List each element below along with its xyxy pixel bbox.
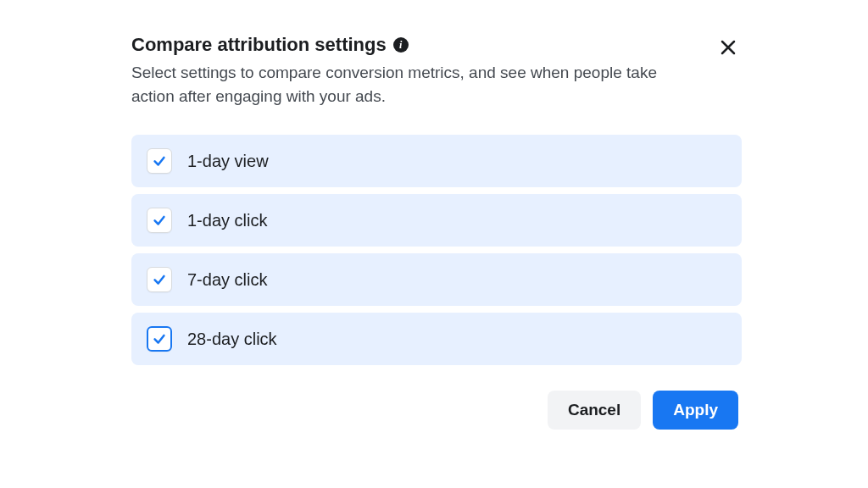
checkbox-7-day-click[interactable]	[147, 267, 172, 292]
checkbox-28-day-click[interactable]	[147, 326, 172, 352]
attribution-settings-dialog: Compare attribution settings i Select se…	[131, 34, 742, 430]
check-icon	[152, 331, 167, 347]
option-label: 28-day click	[187, 330, 277, 349]
dialog-header: Compare attribution settings i Select se…	[131, 34, 742, 108]
options-list: 1-day view 1-day click 7-day click	[131, 135, 742, 365]
option-7-day-click[interactable]: 7-day click	[131, 253, 742, 306]
dialog-footer: Cancel Apply	[131, 391, 742, 430]
check-icon	[152, 153, 167, 169]
checkbox-1-day-view[interactable]	[147, 148, 172, 174]
option-1-day-click[interactable]: 1-day click	[131, 194, 742, 247]
checkbox-1-day-click[interactable]	[147, 208, 172, 233]
check-icon	[152, 272, 167, 287]
dialog-title-row: Compare attribution settings i	[131, 34, 708, 56]
dialog-subtitle: Select settings to compare conversion me…	[131, 61, 674, 108]
close-icon	[720, 39, 737, 56]
close-button[interactable]	[715, 34, 742, 61]
check-icon	[152, 213, 167, 228]
dialog-title: Compare attribution settings	[131, 34, 387, 56]
info-icon[interactable]: i	[393, 37, 409, 53]
option-label: 7-day click	[187, 270, 267, 290]
option-28-day-click[interactable]: 28-day click	[131, 313, 742, 365]
option-label: 1-day click	[187, 211, 267, 230]
option-label: 1-day view	[187, 152, 269, 171]
apply-button[interactable]: Apply	[653, 391, 738, 430]
option-1-day-view[interactable]: 1-day view	[131, 135, 742, 187]
cancel-button[interactable]: Cancel	[548, 391, 641, 430]
